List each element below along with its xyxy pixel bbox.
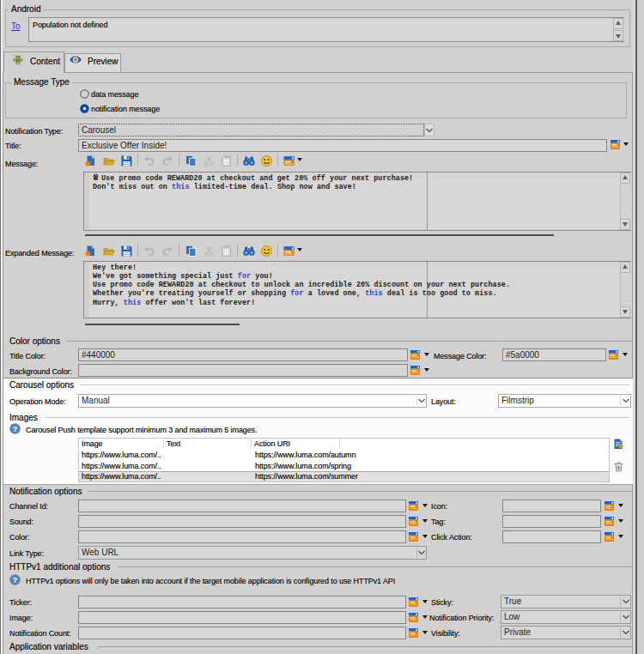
- svg-text:?: ?: [13, 575, 18, 584]
- svg-text:?: ?: [13, 424, 18, 433]
